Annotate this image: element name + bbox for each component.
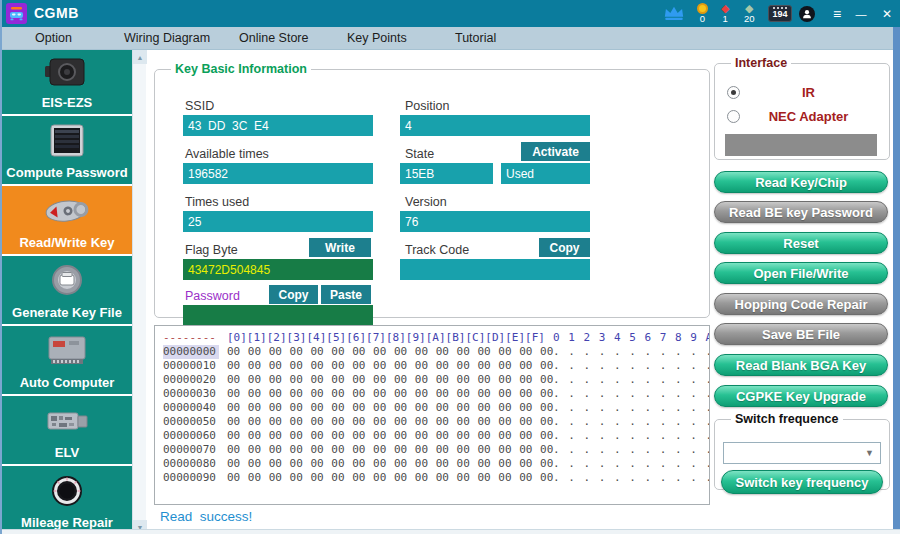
save-be-file-button[interactable]: Save BE File [714,323,888,345]
sidebar-item-compute-password[interactable]: Compute Password [2,116,132,184]
sidebar-item-label: ELV [55,445,79,460]
cgpke-key-upgrade-button[interactable]: CGPKE Key Upgrade [714,385,888,407]
hex-bytes[interactable]: 00 00 00 00 00 00 00 00 00 00 00 00 00 0… [227,373,553,387]
sidebar-item-elv[interactable]: ELV [2,396,132,464]
coin-stat: 0 [697,0,708,27]
hex-row[interactable]: 0000002000 00 00 00 00 00 00 00 00 00 00… [163,373,709,387]
sidebar-item-label: Generate Key File [12,305,122,320]
account-button[interactable] [799,0,815,27]
interface-option-ir[interactable]: IR [727,84,877,100]
hex-row[interactable]: 0000000000 00 00 00 00 00 00 00 00 00 00… [163,345,709,359]
minimize-icon[interactable]: — [850,0,872,27]
hex-row[interactable]: 0000009000 00 00 00 00 00 00 00 00 00 00… [163,471,709,485]
hex-address[interactable]: 00000050 [163,415,219,429]
activate-button[interactable]: Activate [521,142,590,161]
hex-ascii: . . . . . . . . . . . . . . . . [553,359,710,372]
track-copy-button[interactable]: Copy [539,238,590,257]
password-copy-button[interactable]: Copy [269,285,318,304]
hex-row[interactable]: 0000006000 00 00 00 00 00 00 00 00 00 00… [163,429,709,443]
state-label: State [405,147,434,161]
elv-module-icon [43,396,91,445]
hex-address[interactable]: 00000040 [163,401,219,415]
hex-bytes[interactable]: 00 00 00 00 00 00 00 00 00 00 00 00 00 0… [227,457,553,471]
hex-address[interactable]: 00000070 [163,443,219,457]
menu-tutorial[interactable]: Tutorial [455,31,496,45]
version-field[interactable]: 76 [400,211,590,232]
ssid-field[interactable]: 43 DD 3C E4 [183,115,373,136]
menu-wiring-diagram[interactable]: Wiring Diagram [124,31,210,45]
hex-address[interactable]: 00000030 [163,387,219,401]
interface-option-nec-adapter[interactable]: NEC Adapter [727,108,877,124]
app-window: CGMB 0 ◆ 1 ◆ 20 194 [0,0,900,534]
hex-row[interactable]: 0000001000 00 00 00 00 00 00 00 00 00 00… [163,359,709,373]
position-label: Position [405,99,449,113]
scroll-up-icon[interactable]: ▲ [133,50,147,64]
menu-key-points[interactable]: Key Points [347,31,407,45]
radio-ir-icon[interactable] [727,86,740,99]
hex-bytes[interactable]: 00 00 00 00 00 00 00 00 00 00 00 00 00 0… [227,387,553,401]
hex-row[interactable]: 0000007000 00 00 00 00 00 00 00 00 00 00… [163,443,709,457]
hex-bytes[interactable]: 00 00 00 00 00 00 00 00 00 00 00 00 00 0… [227,471,553,485]
titlebar: CGMB 0 ◆ 1 ◆ 20 194 [2,0,900,27]
open-file-write-button[interactable]: Open File/Write [714,262,888,284]
hex-row[interactable]: 0000005000 00 00 00 00 00 00 00 00 00 00… [163,415,709,429]
menu-icon[interactable]: ≡ [826,0,848,27]
green-gem-count: 20 [744,14,755,24]
read-be-key-password-button[interactable]: Read BE key Password [714,201,888,223]
sidebar-item-generate-key-file[interactable]: Generate Key File [2,256,132,324]
menu-option[interactable]: Option [35,31,72,45]
key-file-icon [43,256,91,305]
interface-title: Interface [731,56,791,70]
state-field[interactable]: 15EB [400,163,493,184]
sidebar-scrollbar[interactable]: ▲ ▼ [132,50,146,534]
interface-status-bar [725,134,877,156]
reset-button[interactable]: Reset [714,232,888,254]
hex-ascii: . . . . . . . . . . . . . . . . [553,345,710,358]
menu-online-store[interactable]: Online Store [239,31,308,45]
close-icon[interactable]: ✕ [876,0,898,27]
hex-row[interactable]: 0000004000 00 00 00 00 00 00 00 00 00 00… [163,401,709,415]
position-field[interactable]: 4 [400,115,590,136]
password-field[interactable] [183,305,373,326]
available-times-label: Available times [185,147,269,161]
hex-address[interactable]: 00000060 [163,429,219,443]
frequency-dropdown[interactable]: ▼ [723,442,881,464]
window-bottom-edge [2,529,900,534]
flag-byte-field[interactable]: 43472D504845 [183,259,373,280]
times-used-field[interactable]: 25 [183,211,373,232]
hex-bytes[interactable]: 00 00 00 00 00 00 00 00 00 00 00 00 00 0… [227,443,553,457]
track-code-field[interactable] [400,259,590,280]
hex-bytes[interactable]: 00 00 00 00 00 00 00 00 00 00 00 00 00 0… [227,345,553,359]
hex-bytes[interactable]: 00 00 00 00 00 00 00 00 00 00 00 00 00 0… [227,429,553,443]
panel-title: Key Basic Information [171,62,311,76]
state-used-field[interactable]: Used [501,163,590,184]
read-blank-bga-key-button[interactable]: Read Blank BGA Key [714,354,888,376]
hex-bytes[interactable]: 00 00 00 00 00 00 00 00 00 00 00 00 00 0… [227,359,553,373]
sidebar-item-mileage-repair[interactable]: Mileage Repair [2,466,132,534]
hex-bytes[interactable]: 00 00 00 00 00 00 00 00 00 00 00 00 00 0… [227,415,553,429]
password-paste-button[interactable]: Paste [321,285,371,304]
read-key-chip-button[interactable]: Read Key/Chip [714,171,888,193]
sidebar-item-auto-computer[interactable]: Auto Computer [2,326,132,394]
hex-row[interactable]: 0000008000 00 00 00 00 00 00 00 00 00 00… [163,457,709,471]
hex-address[interactable]: 00000090 [163,471,219,485]
key-fob-icon [41,186,93,235]
radio-nec-label: NEC Adapter [740,109,877,124]
window-right-edge [893,27,900,534]
hex-viewer[interactable]: --------[0][1][2][3][4][5][6][7][8][9][A… [154,325,710,505]
switch-key-frequency-button[interactable]: Switch key frequency [721,470,883,494]
hex-row[interactable]: 0000003000 00 00 00 00 00 00 00 00 00 00… [163,387,709,401]
hex-bytes[interactable]: 00 00 00 00 00 00 00 00 00 00 00 00 00 0… [227,401,553,415]
sidebar-item-eis-ezs[interactable]: EIS-EZS [2,50,132,114]
radio-nec-icon[interactable] [727,110,740,123]
hex-address[interactable]: 00000020 [163,373,219,387]
hex-address[interactable]: 00000080 [163,457,219,471]
sidebar-item-read-write-key[interactable]: Read/Write Key [2,186,132,254]
available-times-field[interactable]: 196582 [183,163,373,184]
hex-address[interactable]: 00000000 [163,345,219,359]
write-button[interactable]: Write [309,238,371,257]
hopping-code-repair-button[interactable]: Hopping Code Repair [714,293,888,315]
hex-header-row: --------[0][1][2][3][4][5][6][7][8][9][A… [163,331,709,345]
hex-address[interactable]: 00000010 [163,359,219,373]
key-basic-information-panel: Key Basic Information SSID 43 DD 3C E4 P… [154,62,710,318]
